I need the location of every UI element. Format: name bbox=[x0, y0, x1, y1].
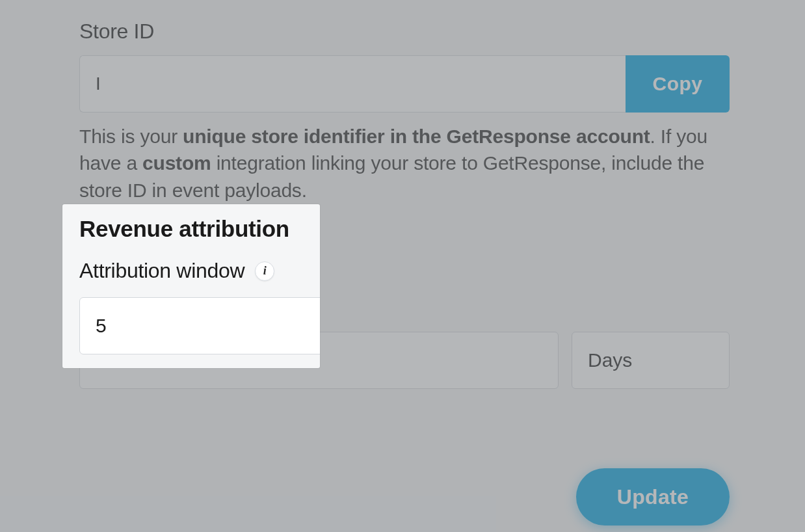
help-text-part: This is your bbox=[79, 126, 183, 147]
store-id-row: Copy bbox=[79, 55, 730, 113]
store-id-help: This is your unique store identifier in … bbox=[79, 123, 730, 204]
revenue-attribution-heading: Revenue attribution bbox=[79, 250, 730, 276]
attribution-unit-select[interactable]: Days bbox=[572, 332, 730, 389]
store-id-input[interactable] bbox=[79, 55, 626, 113]
update-button[interactable]: Update bbox=[576, 468, 730, 525]
copy-button[interactable]: Copy bbox=[626, 55, 730, 113]
help-text-bold: custom bbox=[142, 152, 211, 174]
attribution-window-row: Days bbox=[79, 332, 730, 389]
attribution-window-input[interactable] bbox=[79, 332, 559, 389]
attribution-window-label-row: Attribution window i bbox=[79, 293, 730, 317]
info-icon[interactable]: i bbox=[255, 296, 274, 315]
help-text-bold: unique store identifier in the GetRespon… bbox=[183, 126, 650, 147]
store-id-label: Store ID bbox=[79, 20, 730, 44]
attribution-window-label: Attribution window bbox=[79, 293, 244, 317]
settings-form: Store ID Copy This is your unique store … bbox=[79, 20, 730, 525]
page-root: Store ID Copy This is your unique store … bbox=[0, 0, 805, 532]
attribution-unit-value: Days bbox=[588, 349, 632, 371]
